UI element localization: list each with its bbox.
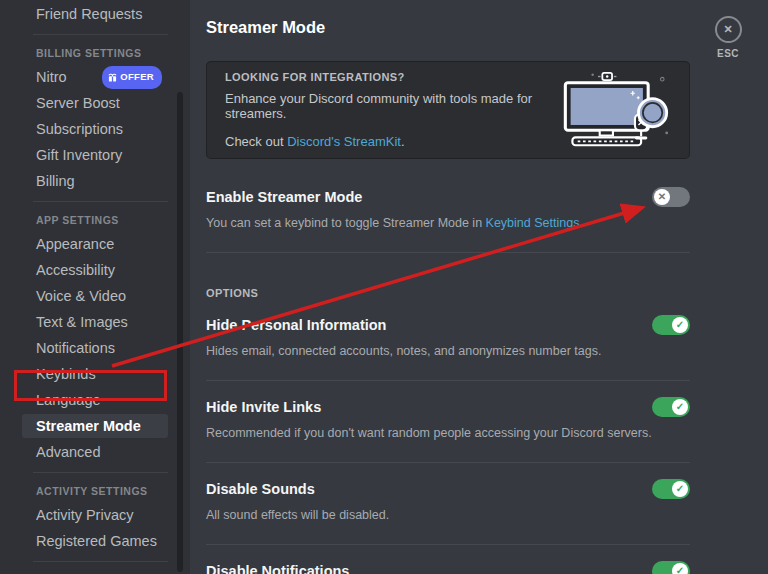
x-icon: ✕ [658,192,666,202]
sidebar-item-language[interactable]: Language [22,388,168,412]
sidebar-scrollbar[interactable] [177,92,183,572]
integrations-checkout: Check out Discord's StreamKit. [225,134,553,149]
sidebar-item-advanced[interactable]: Advanced [22,440,168,464]
disable-sounds-label: Disable Sounds [206,481,315,497]
sidebar-item-billing[interactable]: Billing [22,169,168,193]
toggle-knob: ✕ ✓ [672,563,688,574]
sidebar-item-server-boost[interactable]: Server Boost [22,91,168,115]
sidebar-divider [33,472,168,473]
offer-badge: OFFER [102,66,162,89]
sidebar-item-whats-new[interactable]: What's New [22,570,168,574]
sidebar-item-notifications[interactable]: Notifications [22,336,168,360]
setting-hide-invite-links: Hide Invite Links ✕ ✓ Recommended if you… [206,397,690,440]
sidebar-item-friend-requests[interactable]: Friend Requests [22,2,168,26]
enable-streamer-mode-desc: You can set a keybind to toggle Streamer… [206,216,690,230]
integrations-body: Enhance your Discord community with tool… [225,91,553,121]
streamer-setup-illustration [553,66,671,154]
section-divider [206,462,690,463]
sidebar-item-subscriptions[interactable]: Subscriptions [22,117,168,141]
sidebar-item-accessibility[interactable]: Accessibility [22,258,168,282]
sidebar-item-keybinds[interactable]: Keybinds [22,362,168,386]
sidebar-item-streamer-mode[interactable]: Streamer Mode [22,414,168,438]
toggle-knob: ✕ ✓ [672,481,688,497]
sidebar-item-registered-games[interactable]: Registered Games [22,529,168,553]
desc-prefix: You can set a keybind to toggle Streamer… [206,216,486,230]
keybind-settings-link[interactable]: Keybind Settings [486,216,580,230]
checkout-prefix: Check out [225,134,287,149]
section-divider [206,252,690,253]
toggle-knob: ✕ ✓ [654,189,670,205]
integrations-card: LOOKING FOR INTEGRATIONS? Enhance your D… [206,61,690,159]
hide-invite-links-desc: Recommended if you don't want random peo… [206,426,690,440]
settings-content: Streamer Mode LOOKING FOR INTEGRATIONS? … [190,0,768,574]
desc-suffix: . [579,216,582,230]
page-title: Streamer Mode [206,18,690,37]
options-header: OPTIONS [206,287,690,299]
check-icon: ✓ [676,320,684,330]
toggle-knob: ✕ ✓ [672,399,688,415]
setting-disable-notifications: Disable Notifications ✕ ✓ All desktop no… [206,561,690,574]
disable-sounds-desc: All sound effects will be disabled. [206,508,690,522]
sidebar-item-appearance[interactable]: Appearance [22,232,168,256]
close-button[interactable]: ✕ ESC [712,16,744,59]
sidebar-divider [33,561,168,562]
hide-invite-links-label: Hide Invite Links [206,399,321,415]
sidebar-header-billing-settings: BILLING SETTINGS [36,47,168,59]
sidebar-header-app-settings: APP SETTINGS [36,214,168,226]
check-icon: ✓ [676,484,684,494]
section-divider [206,380,690,381]
hide-personal-information-toggle[interactable]: ✕ ✓ [652,315,690,335]
close-circle[interactable]: ✕ [715,16,742,43]
setting-enable-streamer-mode: Enable Streamer Mode ✕ ✓ You can set a k… [206,187,690,230]
sidebar-item-label: Nitro [36,68,67,86]
section-divider [206,544,690,545]
check-icon: ✓ [676,566,684,574]
disable-sounds-toggle[interactable]: ✕ ✓ [652,479,690,499]
disable-notifications-toggle[interactable]: ✕ ✓ [652,561,690,574]
integrations-heading: LOOKING FOR INTEGRATIONS? [225,71,553,83]
toggle-knob: ✕ ✓ [672,317,688,333]
gift-icon [108,73,117,82]
sidebar-divider [33,34,168,35]
hide-personal-information-desc: Hides email, connected accounts, notes, … [206,344,690,358]
disable-notifications-label: Disable Notifications [206,563,349,574]
setting-hide-personal-information: Hide Personal Information ✕ ✓ Hides emai… [206,315,690,358]
setting-disable-sounds: Disable Sounds ✕ ✓ All sound effects wil… [206,479,690,522]
sidebar-divider [33,201,168,202]
enable-streamer-mode-label: Enable Streamer Mode [206,189,362,205]
sidebar-item-gift-inventory[interactable]: Gift Inventory [22,143,168,167]
integrations-card-text: LOOKING FOR INTEGRATIONS? Enhance your D… [225,71,553,149]
sidebar-header-activity-settings: ACTIVITY SETTINGS [36,485,168,497]
checkout-suffix: . [401,134,405,149]
offer-badge-label: OFFER [120,68,154,86]
hide-personal-information-label: Hide Personal Information [206,317,386,333]
sidebar-item-activity-privacy[interactable]: Activity Privacy [22,503,168,527]
streamkit-link[interactable]: Discord's StreamKit [287,134,401,149]
settings-sidebar: Friend Requests BILLING SETTINGS Nitro O… [0,0,190,574]
sidebar-item-nitro[interactable]: Nitro OFFER [22,65,168,89]
sidebar-item-voice-video[interactable]: Voice & Video [22,284,168,308]
close-icon: ✕ [723,23,732,36]
enable-streamer-mode-toggle[interactable]: ✕ ✓ [652,187,690,207]
check-icon: ✓ [676,402,684,412]
hide-invite-links-toggle[interactable]: ✕ ✓ [652,397,690,417]
sidebar-item-text-images[interactable]: Text & Images [22,310,168,334]
esc-label: ESC [712,48,744,59]
